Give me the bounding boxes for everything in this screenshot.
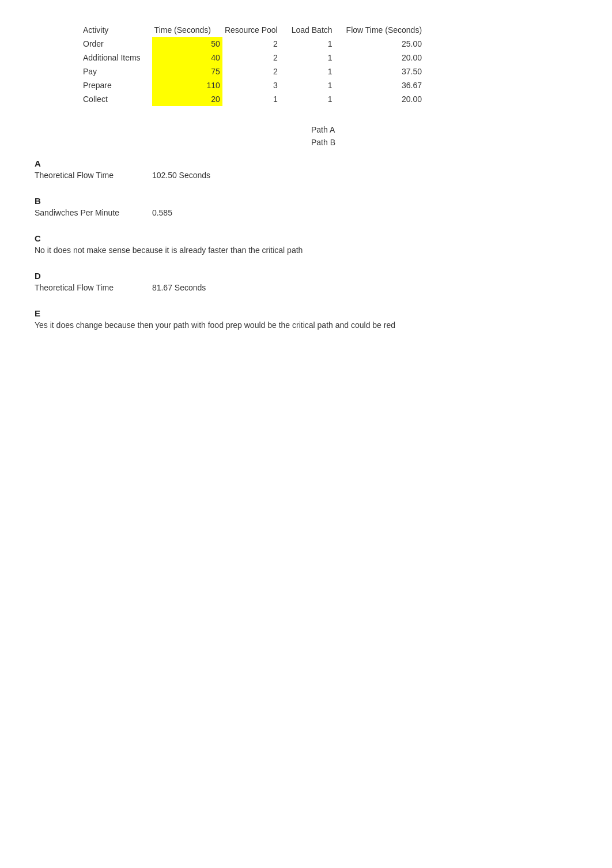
cell-load: 1 xyxy=(289,51,344,65)
section-b: B Sandiwches Per Minute 0.585 xyxy=(35,196,577,217)
cell-activity: Pay xyxy=(81,65,152,78)
path-label-group: Path APath B xyxy=(81,123,577,149)
section-a-value: 102.50 Seconds xyxy=(152,171,210,180)
path-b-inline: Path B xyxy=(311,138,335,147)
section-e-letter: E xyxy=(35,308,577,318)
cell-load: 1 xyxy=(289,37,344,51)
cell-load: 1 xyxy=(289,65,344,78)
path-labels-block: Path APath B xyxy=(311,123,335,149)
table-row: Order502125.00 xyxy=(81,37,433,51)
cell-activity: Additional Items xyxy=(81,51,152,65)
cell-time: 40 xyxy=(152,51,222,65)
section-e-text: Yes it does change because then your pat… xyxy=(35,320,577,330)
section-c: C No it does not make sense because it i… xyxy=(35,233,577,255)
cell-time: 20 xyxy=(152,92,222,106)
cell-activity: Prepare xyxy=(81,78,152,92)
cell-time: 75 xyxy=(152,65,222,78)
cell-flow: 36.67 xyxy=(344,78,433,92)
cell-resource: 2 xyxy=(222,37,289,51)
cell-resource: 1 xyxy=(222,92,289,106)
cell-resource: 3 xyxy=(222,78,289,92)
section-b-value: 0.585 xyxy=(152,208,172,217)
section-a: A Theoretical Flow Time 102.50 Seconds xyxy=(35,158,577,180)
section-b-label: Sandiwches Per Minute xyxy=(35,208,150,217)
cell-load: 1 xyxy=(289,92,344,106)
section-d-label: Theoretical Flow Time xyxy=(35,283,150,292)
activity-table-container: Activity Time (Seconds) Resource Pool Lo… xyxy=(35,23,577,106)
cell-activity: Collect xyxy=(81,92,152,106)
cell-activity: Order xyxy=(81,37,152,51)
cell-flow: 20.00 xyxy=(344,51,433,65)
section-b-letter: B xyxy=(35,196,577,206)
activity-table: Activity Time (Seconds) Resource Pool Lo… xyxy=(81,23,433,106)
cell-resource: 2 xyxy=(222,65,289,78)
cell-time: 110 xyxy=(152,78,222,92)
cell-time: 50 xyxy=(152,37,222,51)
section-a-content: Theoretical Flow Time 102.50 Seconds xyxy=(35,171,577,180)
table-row: Pay752137.50 xyxy=(81,65,433,78)
col-header-resource: Resource Pool xyxy=(222,23,289,37)
section-d-value: 81.67 Seconds xyxy=(152,283,206,292)
section-c-text: No it does not make sense because it is … xyxy=(35,246,577,255)
cell-resource: 2 xyxy=(222,51,289,65)
section-d: D Theoretical Flow Time 81.67 Seconds xyxy=(35,271,577,292)
section-d-content: Theoretical Flow Time 81.67 Seconds xyxy=(35,283,577,292)
col-header-flow: Flow Time (Seconds) xyxy=(344,23,433,37)
section-a-label: Theoretical Flow Time xyxy=(35,171,150,180)
cell-flow: 20.00 xyxy=(344,92,433,106)
table-row: Additional Items402120.00 xyxy=(81,51,433,65)
section-a-letter: A xyxy=(35,158,577,168)
section-d-letter: D xyxy=(35,271,577,281)
path-a-inline: Path A xyxy=(311,125,335,134)
col-header-load: Load Batch xyxy=(289,23,344,37)
col-header-time: Time (Seconds) xyxy=(152,23,222,37)
cell-flow: 37.50 xyxy=(344,65,433,78)
section-e: E Yes it does change because then your p… xyxy=(35,308,577,330)
table-row: Collect201120.00 xyxy=(81,92,433,106)
table-row: Prepare1103136.67 xyxy=(81,78,433,92)
cell-flow: 25.00 xyxy=(344,37,433,51)
col-header-activity: Activity xyxy=(81,23,152,37)
cell-load: 1 xyxy=(289,78,344,92)
section-b-content: Sandiwches Per Minute 0.585 xyxy=(35,208,577,217)
section-c-letter: C xyxy=(35,233,577,243)
